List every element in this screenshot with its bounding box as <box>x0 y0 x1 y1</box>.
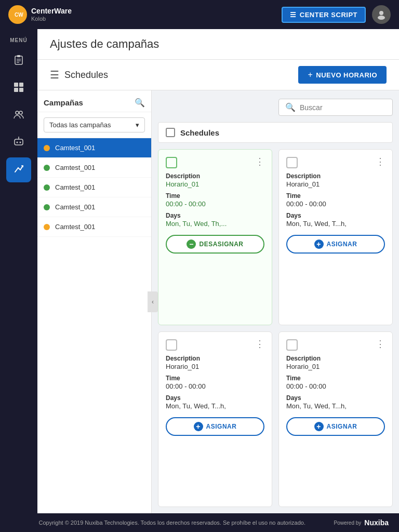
svg-rect-15 <box>15 139 23 145</box>
campaign-list-item[interactable]: Camtest_001 <box>37 178 151 197</box>
header-right: ☰ CENTER SCRIPT <box>282 5 391 24</box>
campaign-list-item[interactable]: Camtest_001 <box>37 158 151 178</box>
card-days: Days Mon, Tu, Wed, Th,... <box>166 212 264 228</box>
svg-point-2 <box>379 11 383 15</box>
card-checkbox[interactable] <box>286 157 298 168</box>
sidebar-item-users[interactable] <box>6 103 31 128</box>
card-top: ⋮ <box>166 339 264 351</box>
collapse-panel-button[interactable]: ‹ <box>148 291 158 312</box>
center-script-button[interactable]: ☰ CENTER SCRIPT <box>282 7 366 23</box>
sidebar-item-grid[interactable] <box>6 76 31 101</box>
campaign-name: Camtest_001 <box>55 144 95 152</box>
campaign-list-item[interactable]: Camtest_001 <box>37 138 151 158</box>
campaigns-filter-select[interactable]: Todas las campañas ▾ <box>44 117 145 132</box>
schedule-card: ⋮ Description Horario_01 Time 00:00 - 00… <box>158 331 272 508</box>
page-header: Ajustes de campañas <box>37 29 399 60</box>
campaign-status-dot <box>44 145 50 151</box>
campaign-name: Camtest_001 <box>55 183 95 191</box>
footer-brand: Powered by Nuxiba <box>334 518 389 527</box>
card-top: ⋮ <box>286 339 385 351</box>
campaigns-filter: Todas las campañas ▾ <box>37 112 151 138</box>
cards-grid: ⋮ Description Horario_01 Time 00:00 - 00… <box>158 149 393 507</box>
schedules-heading: Schedules <box>64 70 108 81</box>
card-description: Description Horario_01 <box>166 355 264 370</box>
search-input-wrap: 🔍 <box>278 99 393 116</box>
asignar-button[interactable]: + ASIGNAR <box>286 417 385 436</box>
campaigns-label: Campañas <box>44 98 83 107</box>
svg-rect-4 <box>15 56 22 64</box>
logo-text: CenterWare Kolob <box>31 7 72 21</box>
card-days: Days Mon, Tu, Wed, T...h, <box>166 394 264 410</box>
campaign-status-dot <box>44 184 50 191</box>
chart-icon <box>13 163 24 177</box>
svg-point-13 <box>16 111 19 114</box>
card-menu-button[interactable]: ⋮ <box>255 339 264 349</box>
schedule-card: ⋮ Description Horario_01 Time 00:00 - 00… <box>278 331 393 508</box>
search-input[interactable] <box>300 103 386 112</box>
sidebar-item-clipboard[interactable] <box>6 49 31 74</box>
clipboard-icon <box>13 55 24 69</box>
card-top: ⋮ <box>166 157 264 168</box>
logo: CW CenterWare Kolob <box>8 5 72 24</box>
campaign-name: Camtest_001 <box>55 223 95 231</box>
body-split: Campañas 🔍 Todas las campañas ▾ Camtest_… <box>37 90 399 513</box>
campaign-name: Camtest_001 <box>55 203 95 211</box>
user-avatar-button[interactable] <box>372 5 391 24</box>
select-all-checkbox[interactable] <box>166 128 175 137</box>
campaign-list-item[interactable]: Camtest_001 <box>37 197 151 217</box>
card-checkbox[interactable] <box>286 339 298 351</box>
search-bar-area: 🔍 <box>158 97 393 116</box>
card-checkbox[interactable] <box>166 339 177 351</box>
sidebar: MENÚ <box>0 29 37 513</box>
card-menu-button[interactable]: ⋮ <box>376 157 385 166</box>
schedules-title-area: ☰ Schedules <box>50 69 108 81</box>
sidebar-item-chart[interactable] <box>6 157 31 182</box>
asignar-button[interactable]: + ASIGNAR <box>286 235 385 254</box>
card-days: Days Mon, Tu, Wed, T...h, <box>286 212 385 228</box>
script-icon: ☰ <box>290 11 297 19</box>
schedule-card: ⋮ Description Horario_01 Time 00:00 - 00… <box>278 149 393 325</box>
plus-icon: + <box>194 422 203 431</box>
chevron-left-icon: ‹ <box>152 298 154 305</box>
plus-icon: + <box>314 422 324 431</box>
content-area: Ajustes de campañas ☰ Schedules + NUEVO … <box>37 29 399 513</box>
card-time: Time 00:00 - 00:00 <box>286 375 385 390</box>
campaign-status-dot <box>44 204 50 210</box>
svg-rect-11 <box>14 88 18 92</box>
footer-copyright: Copyright © 2019 Nuxiba Technologies. To… <box>10 520 334 526</box>
nuevo-horario-button[interactable]: + NUEVO HORARIO <box>298 66 387 84</box>
sidebar-item-bot[interactable] <box>6 130 31 155</box>
svg-point-19 <box>18 137 19 138</box>
campaign-status-dot <box>44 165 50 171</box>
schedules-list-header: Schedules <box>158 122 393 143</box>
chevron-down-icon: ▾ <box>136 121 139 129</box>
card-menu-button[interactable]: ⋮ <box>255 157 264 166</box>
campaign-name: Camtest_001 <box>55 164 95 171</box>
campaign-status-dot <box>44 224 50 230</box>
main-layout: MENÚ <box>0 29 399 513</box>
schedules-toolbar: ☰ Schedules + NUEVO HORARIO <box>37 60 399 90</box>
sidebar-menu-label: MENÚ <box>10 37 27 43</box>
card-menu-button[interactable]: ⋮ <box>376 339 385 349</box>
card-time: Time 00:00 - 00:00 <box>166 192 264 208</box>
desasignar-button[interactable]: − DESASIGNAR <box>166 235 264 254</box>
logo-icon: CW <box>8 5 27 24</box>
svg-point-17 <box>20 142 21 143</box>
campaign-list: Camtest_001 Camtest_001 Camtest_001 Camt… <box>37 138 151 513</box>
card-checkbox[interactable] <box>166 157 177 168</box>
campaign-list-item[interactable]: Camtest_001 <box>37 217 151 237</box>
footer: Copyright © 2019 Nuxiba Technologies. To… <box>0 513 399 532</box>
search-icon: 🔍 <box>285 102 296 112</box>
svg-rect-9 <box>14 83 18 87</box>
app-header: CW CenterWare Kolob ☰ CENTER SCRIPT <box>0 0 399 29</box>
hamburger-icon[interactable]: ☰ <box>50 69 59 81</box>
asignar-button[interactable]: + ASIGNAR <box>166 417 264 436</box>
svg-point-16 <box>17 142 18 143</box>
svg-rect-5 <box>17 55 20 57</box>
card-time: Time 00:00 - 00:00 <box>166 375 264 390</box>
schedules-panel: 🔍 Schedules ⋮ Description Horario_01 Tim <box>152 90 399 513</box>
powered-by-label: Powered by <box>334 520 362 526</box>
svg-point-14 <box>19 111 22 114</box>
campaigns-header: Campañas 🔍 <box>37 90 151 112</box>
campaigns-search-icon[interactable]: 🔍 <box>135 98 145 108</box>
